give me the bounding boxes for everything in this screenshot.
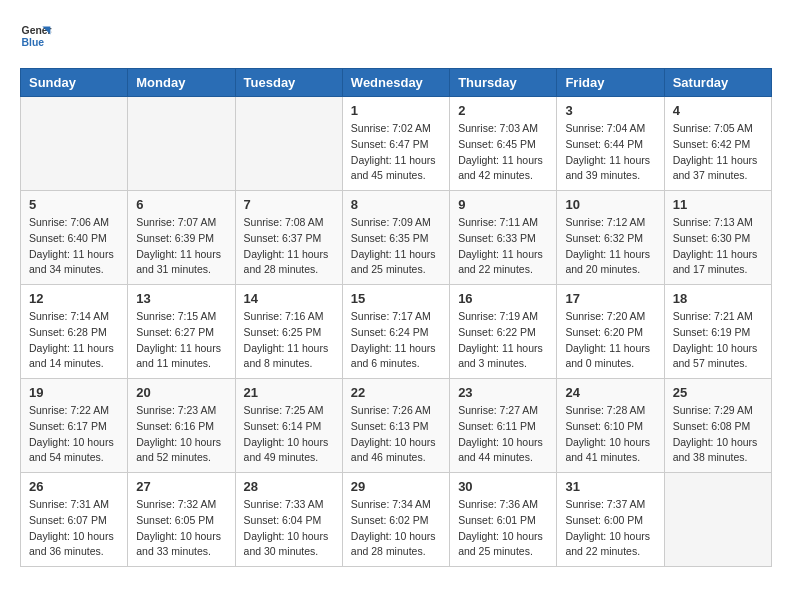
calendar-cell: 16Sunrise: 7:19 AM Sunset: 6:22 PM Dayli… (450, 285, 557, 379)
day-number: 28 (244, 479, 334, 494)
day-info: Sunrise: 7:37 AM Sunset: 6:00 PM Dayligh… (565, 497, 655, 560)
day-number: 3 (565, 103, 655, 118)
day-info: Sunrise: 7:21 AM Sunset: 6:19 PM Dayligh… (673, 309, 763, 372)
day-number: 21 (244, 385, 334, 400)
day-number: 25 (673, 385, 763, 400)
day-info: Sunrise: 7:26 AM Sunset: 6:13 PM Dayligh… (351, 403, 441, 466)
day-info: Sunrise: 7:19 AM Sunset: 6:22 PM Dayligh… (458, 309, 548, 372)
day-number: 6 (136, 197, 226, 212)
calendar-cell: 26Sunrise: 7:31 AM Sunset: 6:07 PM Dayli… (21, 473, 128, 567)
calendar-cell: 27Sunrise: 7:32 AM Sunset: 6:05 PM Dayli… (128, 473, 235, 567)
calendar-week-3: 12Sunrise: 7:14 AM Sunset: 6:28 PM Dayli… (21, 285, 772, 379)
day-info: Sunrise: 7:14 AM Sunset: 6:28 PM Dayligh… (29, 309, 119, 372)
day-info: Sunrise: 7:32 AM Sunset: 6:05 PM Dayligh… (136, 497, 226, 560)
calendar-cell: 14Sunrise: 7:16 AM Sunset: 6:25 PM Dayli… (235, 285, 342, 379)
calendar-cell: 4Sunrise: 7:05 AM Sunset: 6:42 PM Daylig… (664, 97, 771, 191)
dow-header-thursday: Thursday (450, 69, 557, 97)
calendar: SundayMondayTuesdayWednesdayThursdayFrid… (20, 68, 772, 567)
calendar-cell: 20Sunrise: 7:23 AM Sunset: 6:16 PM Dayli… (128, 379, 235, 473)
day-info: Sunrise: 7:36 AM Sunset: 6:01 PM Dayligh… (458, 497, 548, 560)
calendar-week-4: 19Sunrise: 7:22 AM Sunset: 6:17 PM Dayli… (21, 379, 772, 473)
calendar-cell: 30Sunrise: 7:36 AM Sunset: 6:01 PM Dayli… (450, 473, 557, 567)
dow-header-monday: Monday (128, 69, 235, 97)
day-number: 2 (458, 103, 548, 118)
day-info: Sunrise: 7:22 AM Sunset: 6:17 PM Dayligh… (29, 403, 119, 466)
day-number: 22 (351, 385, 441, 400)
dow-header-tuesday: Tuesday (235, 69, 342, 97)
day-number: 10 (565, 197, 655, 212)
day-number: 24 (565, 385, 655, 400)
day-info: Sunrise: 7:06 AM Sunset: 6:40 PM Dayligh… (29, 215, 119, 278)
day-info: Sunrise: 7:33 AM Sunset: 6:04 PM Dayligh… (244, 497, 334, 560)
calendar-cell: 11Sunrise: 7:13 AM Sunset: 6:30 PM Dayli… (664, 191, 771, 285)
calendar-cell: 13Sunrise: 7:15 AM Sunset: 6:27 PM Dayli… (128, 285, 235, 379)
day-number: 20 (136, 385, 226, 400)
calendar-cell: 31Sunrise: 7:37 AM Sunset: 6:00 PM Dayli… (557, 473, 664, 567)
calendar-cell: 7Sunrise: 7:08 AM Sunset: 6:37 PM Daylig… (235, 191, 342, 285)
day-info: Sunrise: 7:07 AM Sunset: 6:39 PM Dayligh… (136, 215, 226, 278)
calendar-cell: 10Sunrise: 7:12 AM Sunset: 6:32 PM Dayli… (557, 191, 664, 285)
day-number: 18 (673, 291, 763, 306)
day-info: Sunrise: 7:23 AM Sunset: 6:16 PM Dayligh… (136, 403, 226, 466)
day-number: 27 (136, 479, 226, 494)
day-info: Sunrise: 7:31 AM Sunset: 6:07 PM Dayligh… (29, 497, 119, 560)
day-info: Sunrise: 7:20 AM Sunset: 6:20 PM Dayligh… (565, 309, 655, 372)
calendar-cell: 6Sunrise: 7:07 AM Sunset: 6:39 PM Daylig… (128, 191, 235, 285)
day-number: 30 (458, 479, 548, 494)
day-number: 7 (244, 197, 334, 212)
day-info: Sunrise: 7:03 AM Sunset: 6:45 PM Dayligh… (458, 121, 548, 184)
day-info: Sunrise: 7:27 AM Sunset: 6:11 PM Dayligh… (458, 403, 548, 466)
calendar-cell: 28Sunrise: 7:33 AM Sunset: 6:04 PM Dayli… (235, 473, 342, 567)
day-number: 5 (29, 197, 119, 212)
day-number: 19 (29, 385, 119, 400)
day-info: Sunrise: 7:15 AM Sunset: 6:27 PM Dayligh… (136, 309, 226, 372)
calendar-cell (128, 97, 235, 191)
header: General Blue (20, 20, 772, 52)
calendar-cell: 23Sunrise: 7:27 AM Sunset: 6:11 PM Dayli… (450, 379, 557, 473)
day-info: Sunrise: 7:13 AM Sunset: 6:30 PM Dayligh… (673, 215, 763, 278)
dow-header-saturday: Saturday (664, 69, 771, 97)
day-number: 8 (351, 197, 441, 212)
calendar-cell: 5Sunrise: 7:06 AM Sunset: 6:40 PM Daylig… (21, 191, 128, 285)
dow-header-wednesday: Wednesday (342, 69, 449, 97)
dow-header-sunday: Sunday (21, 69, 128, 97)
day-info: Sunrise: 7:11 AM Sunset: 6:33 PM Dayligh… (458, 215, 548, 278)
calendar-week-2: 5Sunrise: 7:06 AM Sunset: 6:40 PM Daylig… (21, 191, 772, 285)
day-number: 31 (565, 479, 655, 494)
calendar-cell (21, 97, 128, 191)
calendar-cell: 24Sunrise: 7:28 AM Sunset: 6:10 PM Dayli… (557, 379, 664, 473)
day-number: 11 (673, 197, 763, 212)
day-info: Sunrise: 7:16 AM Sunset: 6:25 PM Dayligh… (244, 309, 334, 372)
logo: General Blue (20, 20, 52, 52)
calendar-cell: 18Sunrise: 7:21 AM Sunset: 6:19 PM Dayli… (664, 285, 771, 379)
day-number: 15 (351, 291, 441, 306)
calendar-body: 1Sunrise: 7:02 AM Sunset: 6:47 PM Daylig… (21, 97, 772, 567)
calendar-cell: 15Sunrise: 7:17 AM Sunset: 6:24 PM Dayli… (342, 285, 449, 379)
calendar-week-5: 26Sunrise: 7:31 AM Sunset: 6:07 PM Dayli… (21, 473, 772, 567)
calendar-cell: 29Sunrise: 7:34 AM Sunset: 6:02 PM Dayli… (342, 473, 449, 567)
day-info: Sunrise: 7:09 AM Sunset: 6:35 PM Dayligh… (351, 215, 441, 278)
calendar-cell: 2Sunrise: 7:03 AM Sunset: 6:45 PM Daylig… (450, 97, 557, 191)
calendar-week-1: 1Sunrise: 7:02 AM Sunset: 6:47 PM Daylig… (21, 97, 772, 191)
day-info: Sunrise: 7:08 AM Sunset: 6:37 PM Dayligh… (244, 215, 334, 278)
day-number: 16 (458, 291, 548, 306)
day-info: Sunrise: 7:05 AM Sunset: 6:42 PM Dayligh… (673, 121, 763, 184)
calendar-cell: 12Sunrise: 7:14 AM Sunset: 6:28 PM Dayli… (21, 285, 128, 379)
calendar-cell: 19Sunrise: 7:22 AM Sunset: 6:17 PM Dayli… (21, 379, 128, 473)
svg-text:Blue: Blue (22, 37, 45, 48)
day-number: 4 (673, 103, 763, 118)
calendar-cell: 1Sunrise: 7:02 AM Sunset: 6:47 PM Daylig… (342, 97, 449, 191)
calendar-cell (235, 97, 342, 191)
calendar-cell: 8Sunrise: 7:09 AM Sunset: 6:35 PM Daylig… (342, 191, 449, 285)
calendar-cell: 9Sunrise: 7:11 AM Sunset: 6:33 PM Daylig… (450, 191, 557, 285)
day-number: 12 (29, 291, 119, 306)
day-info: Sunrise: 7:02 AM Sunset: 6:47 PM Dayligh… (351, 121, 441, 184)
day-info: Sunrise: 7:04 AM Sunset: 6:44 PM Dayligh… (565, 121, 655, 184)
calendar-cell: 22Sunrise: 7:26 AM Sunset: 6:13 PM Dayli… (342, 379, 449, 473)
day-info: Sunrise: 7:28 AM Sunset: 6:10 PM Dayligh… (565, 403, 655, 466)
calendar-cell: 17Sunrise: 7:20 AM Sunset: 6:20 PM Dayli… (557, 285, 664, 379)
day-number: 23 (458, 385, 548, 400)
day-number: 1 (351, 103, 441, 118)
day-number: 9 (458, 197, 548, 212)
calendar-cell (664, 473, 771, 567)
